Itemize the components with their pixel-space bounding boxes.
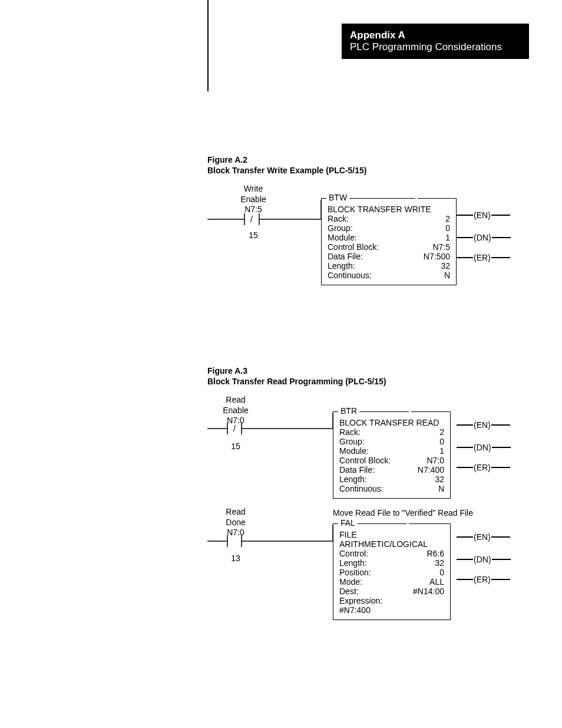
output-dn: (DN) <box>457 554 511 565</box>
param-label: Mode: <box>339 577 362 587</box>
output-er: (ER) <box>457 574 510 585</box>
param-value: R6:6 <box>427 549 444 558</box>
param-value: 0 <box>439 568 444 577</box>
param-label: Continuous: <box>339 484 384 493</box>
figure-a2-title: Figure A.2 Block Transfer Write Example … <box>207 154 367 176</box>
output-er: (ER) <box>457 252 510 263</box>
fal-block: FAL —————— FILE ARITHMETIC/LOGICAL Contr… <box>333 523 451 620</box>
param-label: Control Block: <box>328 242 379 252</box>
param-label: Position: <box>339 568 371 577</box>
param-row: Continuous:N <box>339 484 444 493</box>
param-value: N <box>444 271 450 280</box>
btr-block: BTR —————— BLOCK TRANSFER READ Rack:2Gro… <box>333 411 451 499</box>
param-value: 1 <box>445 233 450 242</box>
output-er: (ER) <box>457 462 510 473</box>
param-label: Continuous: <box>328 271 372 280</box>
param-row: Control:R6:6 <box>339 549 444 558</box>
param-label: Module: <box>339 446 369 456</box>
fal-comment: Move Read File to "Verified" Read File <box>333 508 473 518</box>
btr-params: Rack:2Group:0Module:1Control Block:N7:0D… <box>339 427 444 493</box>
output-en: (EN) <box>457 420 510 430</box>
param-row: Expression: <box>339 596 444 605</box>
param-value: 32 <box>435 475 444 484</box>
param-value: N7:500 <box>424 252 450 261</box>
output-en: (EN) <box>457 210 510 220</box>
param-label: Data File: <box>328 252 363 261</box>
param-value: 2 <box>439 427 444 437</box>
btr-outputs: (EN)(DN)(ER) <box>457 411 527 494</box>
fal-params: Control:R6:6Length:32Position:0Mode:ALLD… <box>339 549 444 615</box>
param-row: Group:0 <box>328 223 450 233</box>
param-value: ALL <box>429 577 444 587</box>
param-row: Control Block:N7:0 <box>339 456 444 465</box>
appendix-label: Appendix A <box>350 29 521 41</box>
param-label: Module: <box>328 233 357 242</box>
param-label: Group: <box>339 437 365 446</box>
svg-text:/: / <box>233 424 236 433</box>
param-label: Control: <box>339 549 368 558</box>
param-label: Rack: <box>339 427 361 437</box>
figure-a2-number: Figure A.2 <box>207 155 247 164</box>
param-row: Length:32 <box>339 475 444 484</box>
param-label: Rack: <box>328 214 349 223</box>
figure-a2-caption: Block Transfer Write Example (PLC-5/15) <box>207 166 367 175</box>
btw-params: Rack:2Group:0Module:1Control Block:N7:5D… <box>328 214 450 280</box>
output-dn: (DN) <box>457 232 511 243</box>
param-value: 0 <box>445 223 450 233</box>
output-dn: (DN) <box>457 442 511 453</box>
appendix-title: PLC Programming Considerations <box>350 41 521 53</box>
param-value: N <box>438 484 444 493</box>
btr-mnemonic: BTR —————— <box>338 406 411 416</box>
output-en: (EN) <box>457 532 510 542</box>
param-row: Group:0 <box>339 437 444 446</box>
btw-block: BTW ———————— BLOCK TRANSFER WRITE Rack:2… <box>321 198 457 285</box>
param-label: Control Block: <box>339 456 391 465</box>
param-row: Rack:2 <box>339 427 444 437</box>
param-row: Length:32 <box>339 558 444 568</box>
param-row: Length:32 <box>328 261 450 271</box>
param-row: Module:1 <box>339 446 444 456</box>
header-vertical-rule <box>207 0 209 91</box>
param-label: Length: <box>339 475 367 484</box>
fal-description: FILE ARITHMETIC/LOGICAL <box>339 530 444 549</box>
param-row: Position:0 <box>339 568 444 577</box>
btw-description: BLOCK TRANSFER WRITE <box>328 205 450 214</box>
param-value: 32 <box>435 558 444 568</box>
figure-a3-title: Figure A.3 Block Transfer Read Programmi… <box>207 365 386 387</box>
param-label: Dest: <box>339 587 359 596</box>
figure-a3-number: Figure A.3 <box>207 366 247 375</box>
appendix-header: Appendix A PLC Programming Consideration… <box>342 24 529 59</box>
btw-mnemonic: BTW ———————— <box>326 193 418 202</box>
param-value: 0 <box>439 437 444 446</box>
param-value: 1 <box>439 446 444 456</box>
fal-outputs: (EN)(DN)(ER) <box>457 523 527 606</box>
param-row: Mode:ALL <box>339 577 444 587</box>
param-value: 32 <box>441 261 450 271</box>
param-value: N7:0 <box>427 456 444 465</box>
param-value: N7:400 <box>418 465 444 475</box>
param-row: Continuous:N <box>328 271 450 280</box>
param-row: Control Block:N7:5 <box>328 242 450 252</box>
param-row: #N7:400 <box>339 605 444 615</box>
fal-mnemonic: FAL —————— <box>338 518 409 528</box>
param-value: #N14:00 <box>413 587 444 596</box>
param-value: N7:5 <box>432 242 450 252</box>
figure-a3-caption: Block Transfer Read Programming (PLC-5/1… <box>207 377 386 386</box>
btr-description: BLOCK TRANSFER READ <box>339 418 444 427</box>
param-row: Rack:2 <box>328 214 450 223</box>
param-value: 2 <box>445 214 450 223</box>
param-label: Group: <box>328 223 353 233</box>
param-label: Expression: <box>339 596 382 605</box>
param-row: Data File:N7:400 <box>339 465 444 475</box>
btw-outputs: (EN)(DN)(ER) <box>457 198 527 281</box>
param-label: Length: <box>328 261 355 271</box>
param-label: #N7:400 <box>339 605 371 615</box>
param-row: Dest:#N14:00 <box>339 587 444 596</box>
param-label: Length: <box>339 558 367 568</box>
param-row: Module:1 <box>328 233 450 242</box>
param-row: Data File:N7:500 <box>328 252 450 261</box>
svg-text:/: / <box>250 215 253 224</box>
param-label: Data File: <box>339 465 375 475</box>
